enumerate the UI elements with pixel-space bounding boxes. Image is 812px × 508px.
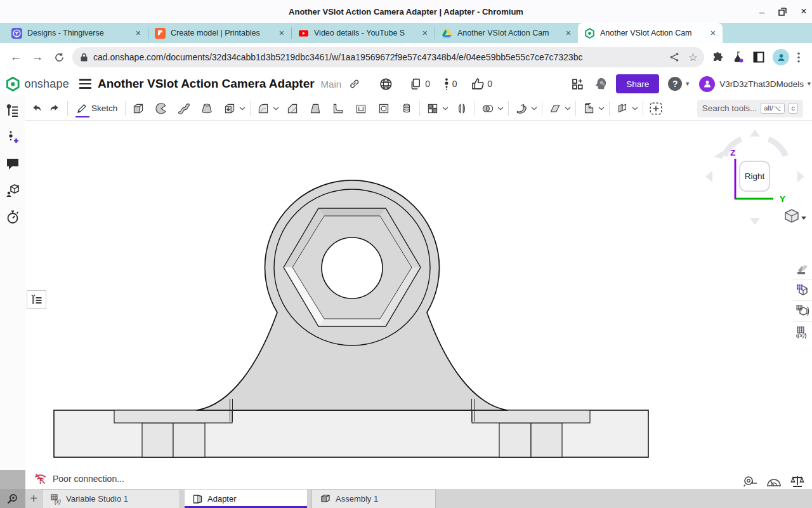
tape-measure-icon[interactable] xyxy=(743,475,757,488)
plane-dropdown[interactable] xyxy=(564,99,572,118)
comments-panel-button[interactable] xyxy=(4,155,22,173)
draft-tool-button[interactable] xyxy=(306,99,324,118)
side-panel-icon[interactable] xyxy=(753,51,764,63)
appearance-panel-button[interactable] xyxy=(793,259,812,280)
fillet-tool-button[interactable] xyxy=(254,99,272,118)
svg-text:(x): (x) xyxy=(797,331,804,338)
split-tool-button[interactable] xyxy=(513,99,530,118)
protractor-icon[interactable] xyxy=(766,475,782,488)
custom-feature-button[interactable] xyxy=(647,99,665,118)
surface-tool-button[interactable] xyxy=(613,99,631,118)
display-states-panel-button[interactable] xyxy=(793,301,812,322)
browser-menu-icon[interactable] xyxy=(797,52,800,63)
close-tab-icon[interactable]: × xyxy=(709,28,717,38)
tab-label: Another VSlot Action Cam xyxy=(600,29,704,37)
apps-grid-icon[interactable] xyxy=(571,77,584,91)
workspace-name[interactable]: Main xyxy=(321,79,342,90)
revolve-tool-button[interactable] xyxy=(152,99,170,118)
sweep-tool-button[interactable] xyxy=(175,99,193,118)
extensions-icon[interactable] xyxy=(712,51,724,64)
close-tab-icon[interactable]: × xyxy=(277,28,286,38)
bookmark-star-icon[interactable]: ☆ xyxy=(688,51,698,64)
minimize-button[interactable]: – xyxy=(759,6,764,17)
thread-tool-button[interactable] xyxy=(398,99,416,118)
tab-label: Video details - YouTube S xyxy=(314,29,416,37)
browser-profile-avatar[interactable] xyxy=(773,49,789,65)
transform-dropdown[interactable] xyxy=(598,99,605,118)
named-views-panel-button[interactable] xyxy=(793,280,812,301)
boolean-dropdown[interactable] xyxy=(497,99,504,118)
learning-panel-button[interactable]: ? xyxy=(4,182,22,199)
copy-link-icon[interactable] xyxy=(349,78,360,90)
variable-studio-icon: (x) xyxy=(50,493,62,505)
browser-tab-printables[interactable]: Create model | Printables × xyxy=(148,23,291,43)
transform-tool-button[interactable] xyxy=(580,99,598,118)
split-dropdown[interactable] xyxy=(530,99,538,118)
feature-list-toggle-button[interactable] xyxy=(27,290,46,309)
versions-panel-button[interactable] xyxy=(4,128,22,146)
back-button[interactable]: ← xyxy=(5,46,27,68)
mass-properties-icon[interactable] xyxy=(790,475,804,488)
window-titlebar: Another VSlot Action Camera Adapter | Ad… xyxy=(0,0,812,23)
feature-list-panel-button[interactable] xyxy=(4,102,22,119)
share-page-icon[interactable] xyxy=(669,52,679,62)
browser-tab-onshape-active[interactable]: Another VSlot Action Cam × xyxy=(578,23,723,43)
ai-assistant-icon[interactable] xyxy=(593,76,609,92)
insert-new-tab-button[interactable]: + xyxy=(25,489,42,508)
loft-tool-button[interactable] xyxy=(198,99,216,118)
model-left-tab xyxy=(114,410,232,423)
copies-icon[interactable] xyxy=(410,78,422,90)
doc-tab-adapter-active[interactable]: Adapter xyxy=(184,489,308,508)
thicken-dropdown[interactable] xyxy=(239,99,246,118)
like-icon[interactable] xyxy=(471,77,485,90)
close-tab-icon[interactable]: × xyxy=(134,28,143,38)
search-tools-input[interactable]: Search tools... alt/⌥ c xyxy=(697,100,803,117)
doc-tab-label: Assembly 1 xyxy=(336,494,378,504)
plane-tool-button[interactable] xyxy=(546,99,564,118)
extrude-tool-button[interactable] xyxy=(129,99,147,118)
public-globe-icon[interactable] xyxy=(379,77,393,91)
fillet-dropdown[interactable] xyxy=(272,99,280,118)
reload-button[interactable] xyxy=(48,46,70,68)
configurations-panel-button[interactable]: (x) xyxy=(793,322,812,342)
doc-tab-assembly[interactable]: Assembly 1 xyxy=(311,489,436,508)
history-panel-button[interactable] xyxy=(4,208,22,226)
document-menu-button[interactable] xyxy=(79,79,91,88)
lock-icon xyxy=(80,53,88,62)
undo-button[interactable] xyxy=(28,99,46,118)
redo-button[interactable] xyxy=(46,99,63,118)
onshape-logo-icon[interactable] xyxy=(5,76,21,92)
hole-tool-button[interactable] xyxy=(375,99,393,118)
user-avatar xyxy=(699,76,715,92)
mirror-tool-button[interactable] xyxy=(453,99,471,118)
address-bar[interactable]: cad.onshape.com/documents/32d34cabb1d3b5… xyxy=(72,47,704,67)
rib-tool-button[interactable] xyxy=(329,99,347,118)
close-window-button[interactable]: × xyxy=(801,5,807,18)
doc-tab-variable-studio[interactable]: (x) Variable Studio 1 xyxy=(42,489,180,508)
browser-tab-drive[interactable]: Another VSlot Action Cam × xyxy=(435,23,578,43)
sketch-tool-button[interactable]: Sketch xyxy=(72,99,121,118)
document-tab-bar: + (x) Variable Studio 1 Adapter Assembly… xyxy=(0,489,812,508)
right-view-panel: (x) xyxy=(793,259,812,342)
boolean-tool-button[interactable] xyxy=(479,99,497,118)
shell-tool-button[interactable] xyxy=(352,99,370,118)
linear-pattern-tool-button[interactable] xyxy=(424,99,442,118)
close-tab-icon[interactable]: × xyxy=(564,28,573,38)
lab-extension-icon[interactable] xyxy=(732,51,745,64)
help-button[interactable]: ? ▼ xyxy=(668,77,690,91)
pattern-dropdown[interactable] xyxy=(442,99,449,118)
surface-dropdown[interactable] xyxy=(631,99,639,118)
chamfer-tool-button[interactable] xyxy=(284,99,301,118)
user-menu[interactable]: V3rD3zThat3DModels ▼ xyxy=(699,76,812,92)
forward-button[interactable]: → xyxy=(27,46,48,68)
close-tab-icon[interactable]: × xyxy=(421,28,429,38)
restore-button[interactable] xyxy=(778,8,787,16)
browser-tab-youtube[interactable]: Video details - YouTube S × xyxy=(292,23,435,43)
versions-icon[interactable] xyxy=(444,77,449,90)
tab-manager-corner[interactable] xyxy=(0,489,25,508)
share-button[interactable]: Share xyxy=(616,74,659,93)
browser-tab-thingiverse[interactable]: Designs - Thingiverse × xyxy=(5,23,148,43)
isometric-view-button[interactable] xyxy=(785,210,806,222)
left-sidebar: ? xyxy=(0,97,25,470)
thicken-tool-button[interactable] xyxy=(221,99,239,118)
